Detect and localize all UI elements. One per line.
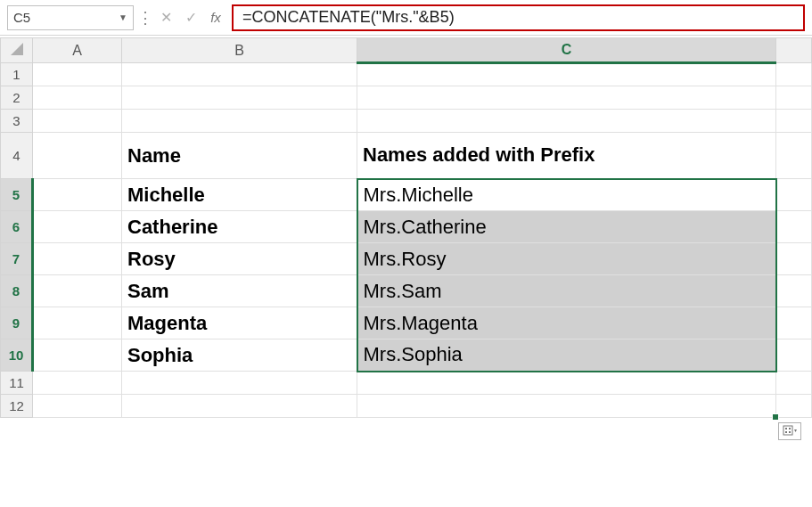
formula-bar: C5 ▼ ⋮ ✕ ✓ fx	[0, 0, 812, 36]
svg-marker-6	[794, 429, 797, 432]
cell-C2[interactable]	[357, 86, 776, 110]
row-header[interactable]: 10	[1, 339, 33, 372]
divider-icon: ⋮	[137, 5, 153, 30]
worksheet[interactable]: A B C 1 2 3 4	[0, 37, 812, 507]
cell-D6[interactable]	[776, 211, 812, 243]
row-header[interactable]: 9	[1, 307, 33, 339]
svg-rect-3	[789, 428, 791, 429]
row-header[interactable]: 5	[1, 179, 33, 211]
svg-marker-0	[11, 43, 23, 55]
excel-window: C5 ▼ ⋮ ✕ ✓ fx A B C 1	[0, 0, 812, 507]
row-header[interactable]: 4	[1, 133, 33, 179]
row-header[interactable]: 8	[1, 275, 33, 307]
cell-C3[interactable]	[357, 110, 776, 133]
cell-B12[interactable]	[122, 395, 357, 418]
cell-D2[interactable]	[776, 86, 812, 110]
cell-D4[interactable]	[776, 133, 812, 179]
cell-A8[interactable]	[33, 275, 122, 307]
formula-input[interactable]	[241, 7, 796, 28]
cell-D8[interactable]	[776, 275, 812, 307]
name-box-value: C5	[13, 10, 30, 25]
cell-D5[interactable]	[776, 179, 812, 211]
cell-D7[interactable]	[776, 243, 812, 275]
svg-rect-4	[785, 431, 787, 433]
cell-A6[interactable]	[33, 211, 122, 243]
cell-C6[interactable]: Mrs.Catherine	[357, 211, 776, 243]
formula-input-highlight	[232, 4, 805, 31]
row-header[interactable]: 7	[1, 243, 33, 275]
chevron-down-icon[interactable]: ▼	[119, 12, 127, 22]
insert-function-icon[interactable]: fx	[203, 5, 228, 30]
col-header-C[interactable]: C	[357, 38, 776, 63]
cell-B6[interactable]: Catherine	[122, 211, 357, 243]
row-header[interactable]: 1	[1, 63, 33, 86]
svg-rect-5	[789, 431, 791, 433]
row-header[interactable]: 6	[1, 211, 33, 243]
cell-A4[interactable]	[33, 133, 122, 179]
column-header-row: A B C	[1, 38, 812, 63]
fill-handle[interactable]	[772, 413, 779, 421]
row-header[interactable]: 3	[1, 110, 33, 133]
cell-A11[interactable]	[33, 372, 122, 395]
cell-A3[interactable]	[33, 110, 122, 133]
cell-C12[interactable]	[357, 395, 776, 418]
cell-B2[interactable]	[122, 86, 357, 110]
cell-D1[interactable]	[776, 63, 812, 86]
grid: A B C 1 2 3 4	[0, 37, 812, 418]
col-header-A[interactable]: A	[33, 38, 122, 63]
cell-B5[interactable]: Michelle	[122, 179, 357, 211]
cell-C10[interactable]: Mrs.Sophia	[357, 339, 776, 372]
cell-A2[interactable]	[33, 86, 122, 110]
cell-B4[interactable]: Name	[122, 133, 357, 179]
select-all-corner[interactable]	[1, 38, 33, 63]
cell-D12[interactable]	[776, 395, 812, 418]
cell-C8[interactable]: Mrs.Sam	[357, 275, 776, 307]
cell-D3[interactable]	[776, 110, 812, 133]
cell-B9[interactable]: Magenta	[122, 307, 357, 339]
cell-C4[interactable]: Names added with Prefix	[357, 133, 776, 179]
cell-B8[interactable]: Sam	[122, 275, 357, 307]
col-header-B[interactable]: B	[122, 38, 357, 63]
cell-D11[interactable]	[776, 372, 812, 395]
cell-A7[interactable]	[33, 243, 122, 275]
row-header[interactable]: 2	[1, 86, 33, 110]
svg-rect-2	[785, 428, 787, 429]
cell-C5[interactable]: Mrs.Michelle	[357, 179, 776, 211]
cell-C11[interactable]	[357, 372, 776, 395]
accept-formula-icon[interactable]: ✓	[178, 5, 203, 30]
svg-rect-1	[783, 426, 792, 435]
row-header[interactable]: 11	[1, 372, 33, 395]
cell-B7[interactable]: Rosy	[122, 243, 357, 275]
cell-A1[interactable]	[33, 63, 122, 86]
cell-D9[interactable]	[776, 307, 812, 339]
cell-A9[interactable]	[33, 307, 122, 339]
name-box[interactable]: C5 ▼	[7, 5, 134, 30]
cell-C1[interactable]	[357, 63, 776, 86]
cell-A12[interactable]	[33, 395, 122, 418]
cell-D10[interactable]	[776, 339, 812, 372]
cell-C9[interactable]: Mrs.Magenta	[357, 307, 776, 339]
cell-C7[interactable]: Mrs.Rosy	[357, 243, 776, 275]
cell-B11[interactable]	[122, 372, 357, 395]
cell-A10[interactable]	[33, 339, 122, 372]
cell-A5[interactable]	[33, 179, 122, 211]
cell-B3[interactable]	[122, 110, 357, 133]
cell-B1[interactable]	[122, 63, 357, 86]
cell-B10[interactable]: Sophia	[122, 339, 357, 372]
cancel-formula-icon[interactable]: ✕	[153, 5, 178, 30]
col-header-overflow[interactable]	[776, 38, 812, 63]
autofill-options-button[interactable]	[778, 422, 801, 440]
row-header[interactable]: 12	[1, 395, 33, 418]
